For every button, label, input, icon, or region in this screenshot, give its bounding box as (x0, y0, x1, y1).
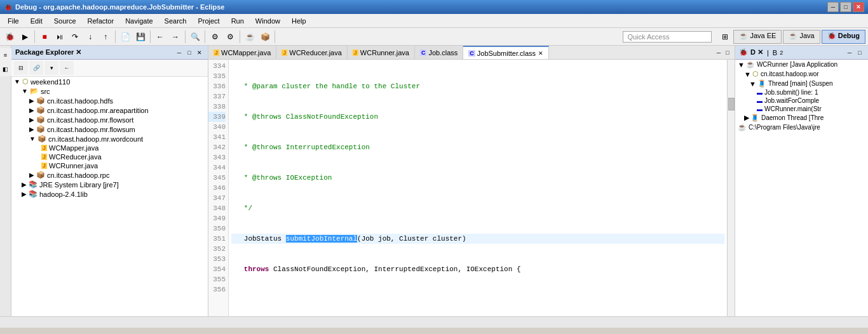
debug-maximize-btn[interactable]: □ (855, 48, 864, 57)
panel-maximize-btn[interactable]: □ (185, 48, 194, 57)
toolbar-stop-btn[interactable]: ■ (37, 30, 51, 44)
pkg-debug-icon: ⬡ (752, 70, 759, 78)
menu-navigate[interactable]: Navigate (120, 16, 158, 26)
tab-wcmapper[interactable]: J WCMapper.java (208, 46, 276, 59)
toolbar-settings-btn[interactable]: ⚙ (223, 30, 237, 44)
tab-jobsubmitter[interactable]: C JobSubmitter.class ✕ (463, 46, 549, 59)
expand-icon: ▶ (29, 97, 34, 104)
tab-wcreducer[interactable]: J WCReducer.java (276, 46, 348, 59)
link-with-editor-btn[interactable]: 🔗 (29, 61, 43, 75)
toolbar-pkg-btn[interactable]: 📦 (258, 30, 272, 44)
debug-label-thread: Thread [main] (Suspen (768, 80, 833, 87)
tree-item-flowsum[interactable]: ▶ 📦 cn.itcast.hadoop.mr.flowsum (11, 124, 208, 134)
expand-icon: ▶ (22, 190, 27, 197)
perspective-debug[interactable]: 🐞 Debug (822, 30, 865, 44)
toolbar-java-btn[interactable]: ☕ (243, 30, 257, 44)
toolbar-resume-btn[interactable]: ⏯ (53, 30, 67, 44)
titlebar-controls[interactable]: ─ □ ✕ (827, 2, 864, 12)
ln-344: 344 (208, 163, 226, 173)
menu-source[interactable]: Source (49, 16, 81, 26)
quick-access-input[interactable]: Quick Access (623, 31, 712, 43)
tree-label-hadoop: hadoop-2.4.1lib (39, 190, 88, 198)
maximize-button[interactable]: □ (840, 2, 851, 12)
minimize-button[interactable]: ─ (827, 2, 839, 12)
scroll-thumb[interactable] (728, 98, 735, 110)
tab-wcrunner[interactable]: J WCRunner.java (348, 46, 415, 59)
tab-close-btn[interactable]: ✕ (538, 50, 543, 57)
menu-run[interactable]: Run (226, 16, 249, 26)
debug-item-thread-main[interactable]: ▼ 🧵 Thread [main] (Suspen (735, 79, 868, 88)
tab-panel-minimize[interactable]: ─ (714, 48, 723, 57)
debug-item-pkg[interactable]: ▼ ⬡ cn.itcast.hadoop.wor (735, 69, 868, 79)
sidebar-icon-2[interactable]: ◧ (0, 62, 13, 76)
menu-edit[interactable]: Edit (25, 16, 48, 26)
debug-item-job-submit[interactable]: ▬ Job.submit() line: 1 (735, 88, 868, 97)
tree-item-rpc[interactable]: ▶ 📦 cn.itcast.hadoop.rpc (11, 170, 208, 180)
menu-file[interactable]: File (3, 16, 24, 26)
toolbar-step-into[interactable]: ↓ (83, 30, 97, 44)
tree-label-jre: JRE System Library [jre7] (39, 181, 119, 189)
tree-item-flowsort[interactable]: ▶ 📦 cn.itcast.hadoop.mr.flowsort (11, 115, 208, 124)
ln-347: 347 (208, 193, 226, 203)
panel-controls: ─ □ ✕ (175, 48, 204, 57)
sidebar-icon-1[interactable]: ≡ (0, 48, 13, 62)
ln-342: 342 (208, 142, 226, 152)
debug-minimize-btn[interactable]: ─ (845, 48, 854, 57)
menu-window[interactable]: Window (250, 16, 285, 26)
ln-354: 354 (208, 264, 226, 274)
menu-project[interactable]: Project (193, 16, 224, 26)
menu-refactor[interactable]: Refactor (83, 16, 119, 26)
explorer-view-menu-btn[interactable]: ▾ (44, 61, 58, 75)
tree-item-hdfs[interactable]: ▶ 📦 cn.itcast.hadoop.hdfs (11, 96, 208, 105)
toolbar-step-return[interactable]: ↑ (98, 30, 112, 44)
menu-help[interactable]: Help (287, 16, 311, 26)
tree-item-wordcount[interactable]: ▼ 📦 cn.itcast.hadoop.mr.wordcount (11, 134, 208, 144)
toolbar-fwd-btn[interactable]: → (168, 30, 182, 44)
toolbar-debug-btn[interactable]: 🐞 (3, 30, 17, 44)
perspective-java[interactable]: ☕ Java (783, 30, 820, 44)
debug-item-wcrunner-main[interactable]: ▬ WCRunner.main(Str (735, 105, 868, 113)
debug-item-daemon[interactable]: ▶ 🧵 Daemon Thread [Thre (735, 113, 868, 123)
tree-item-hadoop-lib[interactable]: ▶ 📚 hadoop-2.4.1lib (11, 189, 208, 199)
toolbar-new-btn[interactable]: 📄 (118, 30, 132, 44)
ln-341: 341 (208, 132, 226, 142)
debug-item-job-wait[interactable]: ▬ Job.waitForComple (735, 97, 868, 105)
ln-340: 340 (208, 122, 226, 132)
code-content[interactable]: * @param cluster the handle to the Clust… (229, 60, 727, 316)
toolbar-sep7 (275, 30, 275, 43)
close-button[interactable]: ✕ (853, 2, 864, 12)
perspective-java-ee[interactable]: ☕ Java EE (733, 30, 782, 44)
tab-job[interactable]: C Job.class (415, 46, 463, 59)
open-perspective-btn[interactable]: ⊞ (718, 30, 732, 44)
tree-item-wcreducer[interactable]: J WCReducer.java (11, 152, 208, 161)
lib-icon: 📚 (29, 180, 37, 189)
toolbar-step-over[interactable]: ↷ (68, 30, 82, 44)
tree-label-wcmapper: WCMapper.java (49, 144, 98, 152)
ln-349: 349 (208, 213, 226, 224)
tree-item-weekend110[interactable]: ▼ ⬡ weekend110 (11, 77, 208, 86)
toolbar-build-btn[interactable]: ⚙ (208, 30, 222, 44)
menu-search[interactable]: Search (159, 16, 192, 26)
tree-item-jre[interactable]: ▶ 📚 JRE System Library [jre7] (11, 180, 208, 189)
tree-item-areapartition[interactable]: ▶ 📦 cn.itcast.hadoop.mr.areapartition (11, 105, 208, 115)
expand-icon: ▶ (29, 171, 34, 178)
tree-item-wcrunner[interactable]: J WCRunner.java (11, 161, 208, 170)
debug-item-jre[interactable]: ☕ C:\Program Files\Java\jre (735, 123, 868, 132)
panel-minimize-btn[interactable]: ─ (175, 48, 184, 57)
scrollbar-vertical[interactable] (727, 60, 735, 316)
toolbar-save-btn[interactable]: 💾 (133, 30, 147, 44)
expand-debug-1: ▼ (738, 61, 745, 69)
collapse-all-btn[interactable]: ⊟ (14, 61, 28, 75)
explorer-back-btn[interactable]: ← (60, 61, 74, 75)
toolbar-run-btn[interactable]: ▶ (18, 30, 32, 44)
debug-label-method1: Job.submit() line: 1 (764, 89, 818, 96)
panel-close-btn[interactable]: ✕ (195, 48, 204, 57)
line-numbers: 334 335 336 337 338 339 340 341 342 343 … (208, 60, 229, 316)
toolbar-search-btn[interactable]: 🔍 (188, 30, 202, 44)
debug-item-wcrunner-app[interactable]: ▼ ☕ WCRunner [Java Application (735, 60, 868, 69)
expand-icon-src: ▼ (22, 88, 28, 95)
tab-panel-maximize[interactable]: □ (723, 48, 732, 57)
tree-item-src[interactable]: ▼ 📂 src (11, 86, 208, 96)
tree-item-wcmapper[interactable]: J WCMapper.java (11, 144, 208, 152)
toolbar-back-btn[interactable]: ← (153, 30, 167, 44)
